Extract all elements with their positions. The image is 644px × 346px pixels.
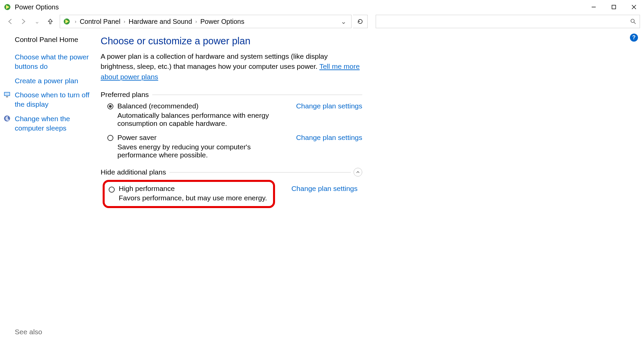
sidebar-link-computer-sleeps[interactable]: Change when the computer sleeps [15,114,95,133]
desc-text: A power plan is a collection of hardware… [101,52,328,70]
plan-body: High performance Favors performance, but… [119,185,267,202]
divider [152,95,362,95]
change-plan-settings-link[interactable]: Change plan settings [291,185,358,193]
power-options-icon [3,3,11,11]
collapse-toggle[interactable] [354,168,362,177]
sidebar-link-label: Choose what the power buttons do [15,53,89,70]
plan-high-performance-row: High performance Favors performance, but… [103,180,358,208]
plan-desc: Favors performance, but may use more ene… [119,194,267,202]
control-panel-home-link[interactable]: Control Panel Home [15,36,95,44]
plan-desc: Saves energy by reducing your computer's… [117,143,289,159]
plan-name[interactable]: Power saver [117,134,289,142]
address-bar[interactable]: › Control Panel › Hardware and Sound › P… [60,15,352,28]
refresh-button[interactable] [353,15,368,28]
plan-desc: Automatically balances performance with … [117,111,289,128]
address-dropdown[interactable]: ⌄ [339,17,348,26]
svg-rect-10 [6,96,8,97]
additional-plans-label[interactable]: Hide additional plans [101,168,362,177]
close-button[interactable] [624,0,644,14]
page-description: A power plan is a collection of hardware… [101,51,362,82]
breadcrumb-mid[interactable]: Hardware and Sound [127,18,194,26]
plan-body: Balanced (recommended) Automatically bal… [117,102,289,128]
sidebar-link-create-plan[interactable]: Create a power plan [15,76,95,86]
highlight-annotation: High performance Favors performance, but… [103,180,275,208]
plan-balanced: Balanced (recommended) Automatically bal… [107,102,362,128]
section-label-text: Preferred plans [101,91,152,99]
maximize-button[interactable] [604,0,624,14]
plan-name[interactable]: High performance [119,185,267,193]
body: Control Panel Home Choose what the power… [0,29,644,346]
divider [169,172,351,172]
radio-balanced[interactable] [107,103,113,109]
plan-name[interactable]: Balanced (recommended) [117,102,289,110]
see-also-label: See also [15,328,42,336]
sidebar-link-label: Create a power plan [15,77,78,85]
window-buttons [584,0,644,14]
breadcrumb-root[interactable]: Control Panel [78,18,122,26]
help-icon[interactable]: ? [630,34,638,42]
sidebar: Control Panel Home Choose what the power… [0,29,101,346]
forward-button[interactable] [17,15,30,28]
plan-power-saver: Power saver Saves energy by reducing you… [107,134,362,159]
monitor-icon [3,91,11,98]
up-button[interactable] [44,15,56,28]
svg-point-6 [631,19,634,22]
page-heading: Choose or customize a power plan [101,36,631,47]
minimize-button[interactable] [584,0,604,14]
sidebar-link-label: Choose when to turn off the display [15,91,90,108]
plan-body: Power saver Saves energy by reducing you… [117,134,289,159]
moon-icon [3,115,11,122]
radio-high-performance[interactable] [109,187,115,193]
section-label-text: Hide additional plans [101,168,169,176]
chevron-right-icon: › [122,19,127,24]
recent-dropdown[interactable]: ⌄ [31,15,43,28]
preferred-plans-label: Preferred plans [101,91,362,99]
chevron-right-icon: › [194,19,199,24]
search-box[interactable] [376,15,640,28]
window-title: Power Options [15,3,584,11]
search-icon [630,18,636,24]
sidebar-link-power-buttons[interactable]: Choose what the power buttons do [15,52,95,71]
svg-rect-9 [5,93,9,95]
back-button[interactable] [4,15,16,28]
sidebar-link-label: Change when the computer sleeps [15,115,70,132]
main-content: ? Choose or customize a power plan A pow… [101,29,644,346]
titlebar: Power Options [0,0,644,14]
sidebar-link-turn-off-display[interactable]: Choose when to turn off the display [15,90,95,109]
breadcrumb-leaf[interactable]: Power Options [198,18,246,26]
svg-rect-2 [612,5,616,9]
power-options-icon [63,17,71,26]
change-plan-settings-link[interactable]: Change plan settings [296,134,362,142]
change-plan-settings-link[interactable]: Change plan settings [296,102,362,110]
svg-line-7 [634,22,636,24]
radio-power-saver[interactable] [107,135,113,141]
navbar: ⌄ › Control Panel › Hardware and Sound ›… [0,14,644,29]
chevron-right-icon: › [73,19,78,24]
